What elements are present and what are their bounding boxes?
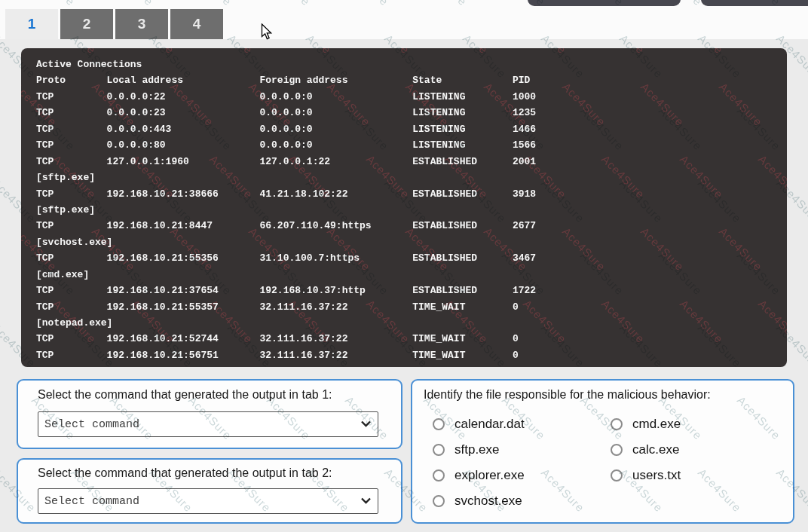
- tab-3[interactable]: 3: [115, 9, 168, 39]
- watermark-text: Ace4Sure: [521, 48, 569, 57]
- watermark-text: Ace4Sure: [207, 48, 256, 57]
- radio-options-column-1: calendar.datsftp.exeexplorer.exesvchost.…: [433, 415, 525, 518]
- terminal-title: Active Connections: [36, 57, 784, 72]
- tab-4[interactable]: 4: [170, 9, 223, 39]
- watermark-text: Ace4Sure: [108, 0, 156, 8]
- tab-content-area: Ace4SureAce4SureAce4SureAce4SureAce4Sure…: [0, 39, 808, 532]
- command-select-tab2[interactable]: Select command: [38, 488, 378, 514]
- terminal-process-row: [sftp.exe]: [36, 170, 784, 185]
- terminal-process-row: [cmd.exe]: [36, 267, 784, 283]
- radio-options-column-2: cmd.execalc.exeusers.txt: [611, 415, 681, 492]
- radio-button-calc-exe[interactable]: [611, 444, 623, 456]
- terminal-process-row: [svchost.exe]: [36, 234, 784, 250]
- radio-option-item[interactable]: calendar.dat: [433, 415, 525, 433]
- watermark-text: Ace4Sure: [756, 48, 787, 57]
- watermark-text: Ace4Sure: [129, 48, 177, 57]
- command-select-tab1-wrap: Select command: [38, 411, 378, 437]
- watermark-text: Ace4Sure: [678, 48, 726, 57]
- watermark-text: Ace4Sure: [442, 48, 491, 57]
- tab-1[interactable]: 1: [5, 9, 58, 39]
- terminal-row: TCP192.168.10.21:5535631.10.100.7:httpsE…: [36, 250, 784, 266]
- terminal-output: Ace4SureAce4SureAce4SureAce4SureAce4Sure…: [21, 48, 787, 367]
- radio-option-item[interactable]: svchost.exe: [433, 492, 525, 510]
- radio-option-label: explorer.exe: [454, 468, 525, 483]
- watermark-text: Ace4Sure: [421, 0, 470, 8]
- terminal-row: TCP0.0.0.0:230.0.0.0:0LISTENING1235: [36, 105, 784, 121]
- radio-button-cmd-exe[interactable]: [611, 418, 623, 430]
- watermark-text: Ace4Sure: [286, 48, 334, 57]
- radio-option-label: users.txt: [632, 468, 681, 483]
- cutoff-toolbar-button-1[interactable]: [528, 0, 681, 6]
- terminal-row: TCP0.0.0.0:220.0.0.0:0LISTENING1000: [36, 89, 784, 105]
- terminal-row: TCP192.168.10.21:5535732.111.16.37:22TIM…: [36, 299, 784, 315]
- watermark-text: Ace4Sure: [343, 0, 391, 8]
- terminal-process-row: [notepad.exe]: [36, 315, 784, 331]
- command-select-tab1[interactable]: Select command: [38, 411, 378, 437]
- terminal-row: TCP192.168.10.21:37654192.168.10.37:http…: [36, 283, 784, 298]
- radio-option-item[interactable]: calc.exe: [611, 441, 681, 459]
- radio-option-item[interactable]: users.txt: [611, 466, 681, 485]
- terminal-row: TCP192.168.10.21:5675132.111.16.37:22TIM…: [36, 347, 784, 363]
- watermark-text: Ace4Sure: [599, 48, 647, 57]
- radio-option-item[interactable]: explorer.exe: [433, 466, 525, 485]
- radio-option-label: calendar.dat: [454, 417, 525, 432]
- radio-option-item[interactable]: sftp.exe: [433, 441, 525, 459]
- tab-2[interactable]: 2: [60, 9, 113, 39]
- radio-button-calendar-dat[interactable]: [433, 418, 445, 430]
- radio-option-label: calc.exe: [632, 442, 679, 457]
- terminal-row: TCP192.168.10.21:3866641.21.18.102:22EST…: [36, 186, 784, 202]
- radio-button-svchost-exe[interactable]: [433, 495, 445, 507]
- radio-button-explorer-exe[interactable]: [433, 469, 445, 482]
- question-label-tab2: Select the command that generated the ou…: [38, 466, 332, 480]
- terminal-row: TCP0.0.0.0:800.0.0.0:0LISTENING1566: [36, 137, 784, 153]
- terminal-row: TCP192.168.10.21:844766.207.110.49:https…: [36, 218, 784, 234]
- cutoff-toolbar-button-2[interactable]: [701, 0, 808, 6]
- exam-simulation-page: 1 2 3 4 Ace4SureAce4SureAce4SureAce4Sure…: [0, 0, 808, 532]
- question-label-malicious-file: Identify the file responsible for the ma…: [424, 388, 711, 402]
- terminal-row: TCP0.0.0.0:4430.0.0.0:0LISTENING1466: [36, 121, 784, 137]
- terminal-row: TCP127.0.0.1:1960127.0.0.1:22ESTABLISHED…: [36, 154, 784, 170]
- watermark-text: Ace4Sure: [50, 48, 99, 57]
- terminal-header-row: ProtoLocal addressForeign addressStatePI…: [36, 72, 784, 88]
- mouse-cursor: [261, 23, 274, 41]
- watermark-text: Ace4Sure: [186, 0, 234, 8]
- watermark-text: Ace4Sure: [364, 48, 412, 57]
- question-panel-malicious-file: Identify the file responsible for the ma…: [411, 379, 794, 524]
- netstat-output-text: Active ConnectionsProtoLocal addressFore…: [36, 57, 784, 363]
- command-select-tab2-wrap: Select command: [38, 488, 378, 514]
- radio-option-item[interactable]: cmd.exe: [611, 415, 681, 433]
- question-label-tab1: Select the command that generated the ou…: [38, 388, 332, 402]
- radio-option-label: sftp.exe: [454, 442, 500, 457]
- terminal-row: TCP192.168.10.21:5274432.111.16.37:22TIM…: [36, 331, 784, 347]
- question-panel-tab2: Select the command that generated the ou…: [17, 458, 402, 524]
- terminal-process-row: [sftp.exe]: [36, 202, 784, 218]
- question-panel-tab1: Select the command that generated the ou…: [17, 379, 402, 449]
- radio-option-label: cmd.exe: [632, 417, 681, 432]
- radio-option-label: svchost.exe: [454, 494, 522, 509]
- watermark-text: Ace4Sure: [265, 0, 313, 8]
- radio-button-sftp-exe[interactable]: [433, 444, 445, 456]
- watermark-text: Ace4Sure: [29, 0, 78, 8]
- radio-button-users-txt[interactable]: [611, 469, 623, 482]
